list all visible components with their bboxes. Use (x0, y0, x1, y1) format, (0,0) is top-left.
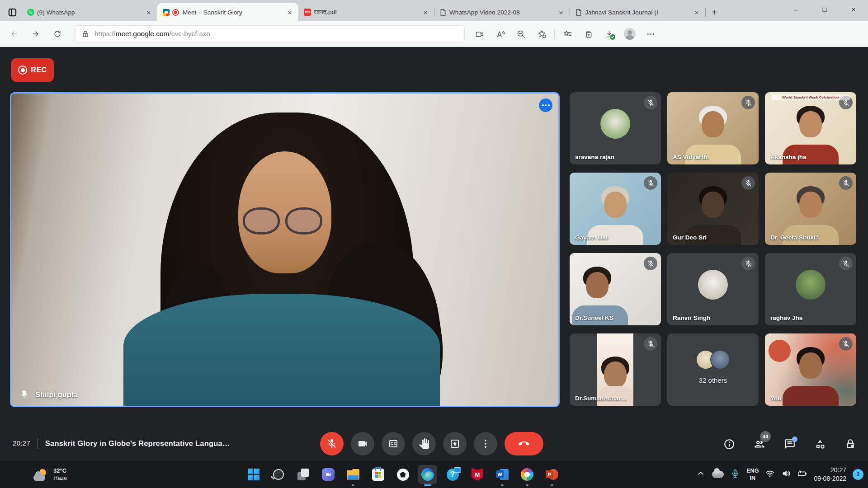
favorites-bar-icon[interactable] (559, 26, 576, 42)
notification-count-badge[interactable]: 3 (853, 469, 863, 480)
camera-button[interactable] (351, 432, 374, 455)
chat-notification-dot (792, 436, 797, 442)
participant-name: Akansha jha (770, 154, 807, 160)
present-screen-button[interactable] (443, 432, 467, 455)
window-close-button[interactable]: × (839, 0, 868, 18)
google-meet-page: REC Shilpi gupta sravana rajan (0, 47, 868, 461)
mic-off-icon (644, 257, 657, 270)
participant-tile[interactable]: You (765, 333, 856, 406)
meeting-panels: 44 (723, 438, 856, 450)
call-controls (320, 432, 543, 455)
raise-hand-button[interactable] (412, 432, 436, 455)
tab-jahnavi-journal[interactable]: Jahnavi Sanskrit Journal (I × (570, 3, 705, 21)
powerpoint-icon[interactable]: P (542, 465, 561, 484)
settings-more-icon[interactable] (642, 26, 659, 42)
collections-icon[interactable] (580, 26, 596, 42)
participant-tile[interactable]: Dr.Suneel KS (570, 253, 661, 325)
participant-name: Gayatri Ukil (575, 234, 609, 241)
tile-more-options-icon[interactable] (539, 99, 552, 112)
participant-name: Gur Deo Sri (673, 234, 707, 241)
participant-tile[interactable]: sravana rajan (570, 92, 661, 164)
participant-tile[interactable]: 32 others (667, 333, 759, 406)
captions-button[interactable] (382, 432, 405, 455)
participant-tile[interactable]: World Sanskrit Week Celebration Akansha … (765, 92, 856, 164)
mic-muted-button[interactable] (320, 432, 344, 455)
task-view-icon[interactable] (294, 465, 313, 484)
refresh-icon[interactable] (50, 26, 65, 42)
participant-tile[interactable]: Ranvir Singh (667, 253, 759, 325)
get-help-icon[interactable]: ? (443, 465, 462, 484)
microphone-in-use-icon[interactable] (730, 469, 740, 480)
tab-pdf[interactable]: PDF स्वगत्.pdf × (298, 3, 434, 21)
main-video-tile[interactable]: Shilpi gupta (10, 92, 560, 407)
participants-icon[interactable]: 44 (754, 438, 765, 450)
tab-close-icon[interactable]: × (145, 8, 153, 16)
search-icon[interactable] (269, 465, 288, 484)
chat-icon[interactable] (784, 438, 796, 450)
participant-tile[interactable]: Dr. Geeta Shukla (765, 173, 856, 245)
profile-avatar[interactable] (622, 26, 638, 42)
tab-meet-active[interactable]: Meet – Sanskrit Glory × (157, 3, 298, 21)
meeting-details-icon[interactable] (723, 438, 735, 450)
home-app-icon[interactable] (393, 465, 412, 484)
tab-close-icon[interactable]: × (557, 8, 565, 16)
tray-chevron-icon[interactable] (696, 469, 706, 480)
word-icon[interactable]: W (493, 465, 512, 484)
web-capture-camera-icon[interactable] (471, 26, 487, 42)
volume-icon[interactable] (781, 469, 791, 480)
tab-label: (9) WhatsApp (37, 9, 142, 16)
tab-close-icon[interactable]: × (693, 8, 701, 16)
pinwheel-app-icon[interactable] (518, 465, 537, 484)
teams-chat-icon[interactable] (319, 465, 338, 484)
clock[interactable]: 20:2709-08-2022 (814, 466, 846, 483)
participant-name: AS Vidyarthi (673, 154, 709, 160)
host-controls-icon[interactable] (844, 438, 856, 450)
edge-browser-window: (9) WhatsApp × Meet – Sanskrit Glory × P… (0, 0, 868, 488)
taskbar-center-icons: ? M W P (244, 465, 561, 484)
participant-avatar (600, 109, 630, 139)
end-call-button[interactable] (505, 432, 543, 455)
participant-name: sravana rajan (575, 154, 614, 160)
language-indicator[interactable]: ENGIN (746, 467, 759, 482)
tab-close-icon[interactable]: × (421, 8, 429, 16)
new-tab-button[interactable]: + (708, 6, 721, 19)
participant-tile[interactable]: AS Vidyarthi (667, 92, 759, 164)
lock-icon (82, 30, 89, 38)
back-icon[interactable] (6, 26, 22, 42)
edge-icon[interactable] (418, 465, 437, 484)
activities-icon[interactable] (814, 438, 826, 450)
weather-widget[interactable]: 32°CHaze (29, 461, 71, 488)
read-aloud-icon[interactable] (492, 26, 508, 42)
mic-off-icon (839, 176, 853, 190)
tab-label: Jahnavi Sanskrit Journal (I (585, 9, 690, 16)
onedrive-icon[interactable] (712, 471, 724, 478)
microsoft-store-icon[interactable] (368, 465, 387, 484)
wifi-icon[interactable] (765, 469, 775, 480)
address-bar[interactable]: https://meet.google.com/cvc-bycf-sxo (75, 25, 465, 42)
mcafee-icon[interactable]: M (468, 465, 487, 484)
tab-actions-menu-icon[interactable] (5, 3, 20, 21)
participant-tile[interactable]: Gayatri Ukil (570, 173, 661, 245)
tab-label: WhatsApp Video 2022-08 (449, 9, 554, 16)
participant-name: Ranvir Singh (673, 314, 710, 321)
mic-off-icon (644, 96, 657, 109)
forward-icon[interactable] (28, 26, 43, 42)
battery-icon[interactable] (797, 469, 807, 480)
tab-whatsapp-video[interactable]: WhatsApp Video 2022-08 × (434, 3, 570, 21)
glasses (243, 207, 322, 235)
participant-tile[interactable]: Dr.SumanAchar… (570, 333, 661, 406)
downloads-icon[interactable] (601, 26, 617, 42)
file-explorer-icon[interactable] (344, 465, 363, 484)
window-maximize-button[interactable]: □ (810, 0, 839, 18)
participant-tile[interactable]: Gur Deo Sri (667, 173, 759, 245)
meeting-title: Sanskrit Glory in Globe’s Representative… (45, 439, 230, 448)
tab-close-icon[interactable]: × (286, 8, 294, 16)
participant-name: Dr.Suneel KS (575, 314, 613, 321)
participant-tile[interactable]: raghav Jha (765, 253, 856, 325)
tab-whatsapp[interactable]: (9) WhatsApp × (22, 3, 157, 21)
add-favorite-star-icon[interactable] (533, 26, 550, 42)
start-button[interactable] (244, 465, 263, 484)
window-minimize-button[interactable]: – (781, 0, 810, 18)
more-options-button[interactable] (474, 432, 497, 455)
zoom-out-icon[interactable] (513, 26, 529, 42)
